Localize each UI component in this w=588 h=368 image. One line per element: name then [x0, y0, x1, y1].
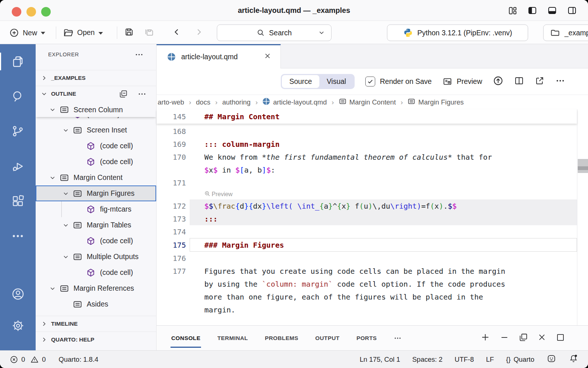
cursor-position-status[interactable]: Ln 175, Col 1: [360, 355, 400, 364]
preview-code-lens[interactable]: Preview: [190, 189, 577, 199]
panel-tab-ports[interactable]: PORTS: [356, 326, 377, 350]
panel-minimize-button[interactable]: [499, 332, 509, 344]
panel-tab-terminal[interactable]: TERMINAL: [217, 326, 248, 350]
problems-status[interactable]: 0 0: [10, 355, 46, 364]
breadcrumb-item-margin-content[interactable]: Margin Content: [339, 98, 396, 107]
more-actions-icon[interactable]: [135, 50, 144, 59]
toggle-secondary-sidebar-icon[interactable]: [567, 6, 577, 15]
outline-item--code-cell-[interactable]: (code cell): [36, 154, 156, 170]
breadcrumb-item-docs[interactable]: docs: [196, 98, 210, 106]
scrollbar-thumb[interactable]: [578, 159, 588, 173]
activity-explorer[interactable]: [0, 51, 36, 72]
sidebar-section-quarto-help[interactable]: QUARTO: HELP: [36, 332, 156, 347]
code-line-172[interactable]: 172$$\frac{d}{dx}\left( \int_{a}^{x} f(u…: [157, 199, 577, 212]
editor-toolbar: Source Visual Render on Save Preview: [157, 68, 588, 95]
outline-item-margin-figures[interactable]: Margin Figures: [36, 185, 156, 201]
feedback-button[interactable]: [546, 354, 556, 365]
activity-search[interactable]: [0, 85, 36, 107]
code-line-wrap[interactable]: more than one figure, each of the figure…: [157, 290, 577, 303]
breadcrumb-item-authoring[interactable]: authoring: [222, 98, 251, 106]
panel-tab-console[interactable]: CONSOLE: [171, 326, 200, 350]
notifications-button[interactable]: [569, 354, 578, 365]
code-line-wrap[interactable]: $x$ in $[a, b]$:: [157, 163, 577, 176]
code-line-wrap[interactable]: margin.: [157, 303, 577, 316]
chevron-left-icon: [172, 27, 182, 37]
code-line-lens[interactable]: Preview: [157, 189, 577, 199]
panel-more-tabs[interactable]: [394, 326, 402, 350]
breadcrumb-item-arto-web[interactable]: arto-web: [158, 98, 184, 106]
open-button[interactable]: Open: [63, 28, 103, 38]
activity-source-control[interactable]: [0, 120, 36, 142]
outline-item--code-cell-[interactable]: (code cell): [36, 138, 156, 154]
mode-source-button[interactable]: Source: [282, 75, 319, 88]
section-icon: [73, 252, 83, 262]
code-line-173[interactable]: 173:::: [157, 212, 577, 225]
new-button[interactable]: New: [9, 28, 45, 38]
panel-tab-output[interactable]: OUTPUT: [315, 326, 340, 350]
tab-article-layout[interactable]: article-layout.qmd: [157, 44, 281, 68]
outline-item-asides[interactable]: Asides: [36, 296, 156, 312]
activity-run-debug[interactable]: [0, 155, 36, 177]
code-editor[interactable]: 168169::: column-margin170We know from *…: [157, 125, 577, 325]
outline-sticky-item[interactable]: Screen Column: [36, 102, 156, 117]
navigate-back-button[interactable]: [172, 27, 182, 38]
activity-account[interactable]: [0, 283, 36, 305]
editor-scrollbar[interactable]: [577, 109, 588, 325]
breadcrumb-item-margin-figures[interactable]: Margin Figures: [408, 98, 463, 107]
search-input[interactable]: Search: [217, 24, 331, 41]
save-all-button[interactable]: [144, 27, 154, 39]
encoding-status[interactable]: UTF-8: [455, 355, 474, 364]
code-line-170[interactable]: 170We know from *the first fundamental t…: [157, 151, 577, 163]
preview-button[interactable]: Preview: [442, 77, 482, 86]
mode-visual-button[interactable]: Visual: [319, 75, 354, 88]
code-line-174[interactable]: 174: [157, 225, 577, 238]
panel-close-button[interactable]: [537, 333, 546, 343]
outline-item--code-cell-[interactable]: (code cell): [36, 233, 156, 249]
more-actions-button[interactable]: [555, 76, 565, 87]
breadcrumb-item-article-layout-qmd[interactable]: article-layout.qmd: [262, 98, 327, 107]
outline-item-margin-tables[interactable]: Margin Tables: [36, 217, 156, 233]
code-line-176[interactable]: 176: [157, 252, 577, 265]
activity-extensions[interactable]: [0, 190, 36, 212]
render-on-save-checkbox[interactable]: [365, 77, 375, 86]
render-publish-button[interactable]: [493, 75, 503, 88]
language-mode-status[interactable]: {} Quarto: [506, 355, 534, 364]
navigate-forward-button[interactable]: [194, 27, 204, 38]
split-editor-button[interactable]: [514, 76, 524, 87]
sidebar-section-outline[interactable]: OUTLINE: [36, 86, 156, 102]
outline-item-fig-mtcars[interactable]: fig-mtcars: [36, 201, 156, 217]
interpreter-selector[interactable]: Python 3.12.1 (PipEnv: .venv): [387, 24, 528, 41]
code-line-169[interactable]: 169::: column-margin: [157, 138, 577, 151]
activity-settings[interactable]: [0, 315, 36, 336]
indentation-status[interactable]: Spaces: 2: [412, 355, 442, 364]
sidebar-section-examples[interactable]: _EXAMPLES: [36, 70, 156, 86]
save-button[interactable]: [124, 27, 134, 39]
open-external-button[interactable]: [535, 76, 545, 87]
outline-item-screen-inset[interactable]: Screen Inset: [36, 122, 156, 138]
customize-layout-icon[interactable]: [508, 6, 517, 15]
panel-restore-button[interactable]: [519, 333, 528, 344]
outline-item--code-cell-[interactable]: (code cell): [36, 265, 156, 280]
collapse-all-icon[interactable]: [119, 89, 128, 99]
panel-new-console-button[interactable]: [480, 332, 490, 344]
code-line-wrap[interactable]: by using the `column: margin` code cell …: [157, 277, 577, 290]
toggle-primary-sidebar-icon[interactable]: [527, 6, 537, 15]
code-line-177[interactable]: 177Figures that you create using code ce…: [157, 265, 577, 277]
code-line-175[interactable]: 175### Margin Figures: [157, 238, 577, 252]
panel-maximize-button[interactable]: [556, 333, 565, 344]
activity-more[interactable]: [0, 225, 36, 247]
panel-tab-problems[interactable]: PROBLEMS: [265, 326, 298, 350]
outline-item-margin-references[interactable]: Margin References: [36, 280, 156, 296]
workspace-button[interactable]: _examples: [543, 24, 588, 41]
code-line-171[interactable]: 171: [157, 176, 577, 189]
more-actions-icon[interactable]: [137, 89, 147, 99]
eol-status[interactable]: LF: [486, 355, 494, 364]
toggle-panel-icon[interactable]: [547, 6, 557, 15]
quarto-version-status[interactable]: Quarto: 1.8.4: [59, 355, 98, 364]
sticky-code-line[interactable]: 145 ## Margin Content: [157, 109, 577, 124]
outline-item-margin-content[interactable]: Margin Content: [36, 170, 156, 185]
sidebar-section-timeline[interactable]: TIMELINE: [36, 316, 156, 332]
code-line-168[interactable]: 168: [157, 125, 577, 138]
outline-item-multiple-outputs[interactable]: Multiple Outputs: [36, 249, 156, 265]
tab-close-icon[interactable]: [263, 52, 272, 62]
